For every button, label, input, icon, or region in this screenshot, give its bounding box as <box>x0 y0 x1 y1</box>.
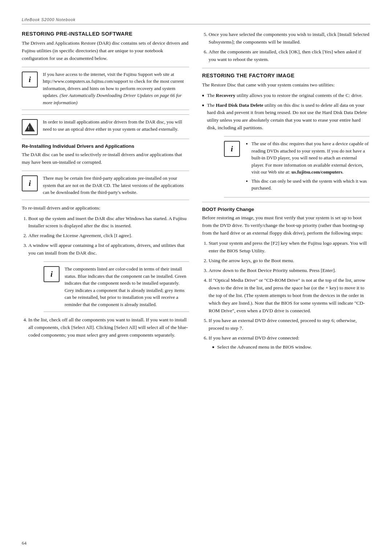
divider-1 <box>202 68 369 68</box>
recovery-label: Recovery <box>216 93 236 98</box>
note-text-3: The components listed are color-coded in… <box>65 265 189 308</box>
reinstall-steps-list: Boot up the system and insert the DAR di… <box>28 215 189 257</box>
warning-box-optical: In order to install applications and/or … <box>22 114 189 139</box>
note-box-internet: i If you have access to the internet, vi… <box>22 67 189 110</box>
divider-2 <box>202 202 369 202</box>
right-column: Once you have selected the components yo… <box>202 31 369 354</box>
warning-text-1: In order to install applications and/or … <box>43 118 189 133</box>
reinstall-step-3: A window will appear containing a list o… <box>28 242 189 257</box>
boot-step-6-bullet: Select the Advanced menu in the BIOS win… <box>212 343 369 351</box>
page-number: 64 <box>22 540 26 546</box>
reinstall-step-1: Boot up the system and insert the DAR di… <box>28 215 189 230</box>
reinstall-intro: To re-install drivers and/or application… <box>22 204 189 212</box>
section-title-restoring-preinstalled: RESTORING PRE-INSTALLED SOFTWARE <box>22 31 189 37</box>
section-intro-text: The Drivers and Applications Restore (DA… <box>22 40 189 62</box>
info-icon-3: i <box>44 266 60 282</box>
boot-step-6-text: If you have an external DVD drive connec… <box>209 335 299 341</box>
note-box-colorcoded: i The components listed are color-coded … <box>44 261 189 312</box>
boot-step-6-bullets: Select the Advanced menu in the BIOS win… <box>212 343 369 351</box>
left-column: RESTORING PRE-INSTALLED SOFTWARE The Dri… <box>22 31 189 354</box>
boot-step-6: If you have an external DVD drive connec… <box>209 334 369 351</box>
factory-image-bullets: The Recovery utility allows you to resto… <box>202 92 369 132</box>
dvd-note-bullet-2: This disc can only be used with the syst… <box>252 178 369 192</box>
header-title: LifeBook S2000 Notebook <box>22 17 75 22</box>
info-icon-2: i <box>22 175 38 191</box>
dvd-note-bullet-1: The use of this disc requires that you h… <box>252 140 369 176</box>
note-text-1: If you have access to the internet, visi… <box>43 71 189 106</box>
note-box-dvd: i The use of this disc requires that you… <box>224 136 369 198</box>
harddisk-delete-label: Hard Disk Data Delete <box>216 102 264 108</box>
step-5: Once you have selected the components yo… <box>209 31 369 46</box>
boot-step-5: If you have an external DVD drive connec… <box>209 317 369 332</box>
note-text-2: There may be certain free third-party ap… <box>43 175 189 196</box>
note-text-1-italic: (See Automatically Downloading Driver Up… <box>43 93 182 105</box>
step-6: After the components are installed, clic… <box>209 48 369 64</box>
reinstall-step-4: In the list, check off all the component… <box>28 316 189 339</box>
boot-priority-title: BOOT Priority Change <box>202 207 369 212</box>
bullet-harddisk-delete: The Hard Disk Data Delete utility on thi… <box>202 102 369 132</box>
factory-image-intro: The Restore Disc that came with your sys… <box>202 81 369 89</box>
boot-priority-steps: Start your system and press the [F2] key… <box>209 240 369 351</box>
steps-5-6-list: Once you have selected the components yo… <box>209 31 369 64</box>
fujitsu-url: us.fujitsu.com/computers <box>291 169 342 175</box>
boot-priority-intro: Before restoring an image, you must firs… <box>202 214 369 237</box>
dvd-note-bullets: The use of this disc requires that you h… <box>252 140 369 192</box>
warning-triangle <box>25 123 35 131</box>
boot-step-2: Using the arrow keys, go to the Boot men… <box>209 257 369 265</box>
boot-step-1: Start your system and press the [F2] key… <box>209 240 369 255</box>
page-header: LifeBook S2000 Notebook <box>22 17 370 24</box>
note-box-thirdparty: i There may be certain free third-party … <box>22 171 189 200</box>
page: LifeBook S2000 Notebook RESTORING PRE-IN… <box>0 0 392 557</box>
bullet-recovery: The Recovery utility allows you to resto… <box>202 92 369 99</box>
reinstall-step4-list: In the list, check off all the component… <box>28 316 189 339</box>
subsection-title-reinstalling: Re-Installing Individual Drivers and App… <box>22 143 189 149</box>
boot-step-3: Arrow down to the Boot Device Priority s… <box>209 267 369 275</box>
reinstall-step-2: After reading the License Agreement, cli… <box>28 232 189 240</box>
info-icon-1: i <box>22 72 38 88</box>
info-icon-4: i <box>224 141 240 157</box>
two-column-layout: RESTORING PRE-INSTALLED SOFTWARE The Dri… <box>22 31 370 354</box>
section-title-factory-image: RESTORING THE FACTORY IMAGE <box>202 73 369 78</box>
warning-icon-1 <box>22 119 38 135</box>
note-text-4: The use of this disc requires that you h… <box>245 140 369 194</box>
subsection-reinstalling-text: The DAR disc can be used to selectively … <box>22 151 189 166</box>
boot-step-4: If "Optical Media Drive" or "CD-ROM Driv… <box>209 277 369 315</box>
recovery-text: utility allows you to restore the origin… <box>236 93 363 98</box>
